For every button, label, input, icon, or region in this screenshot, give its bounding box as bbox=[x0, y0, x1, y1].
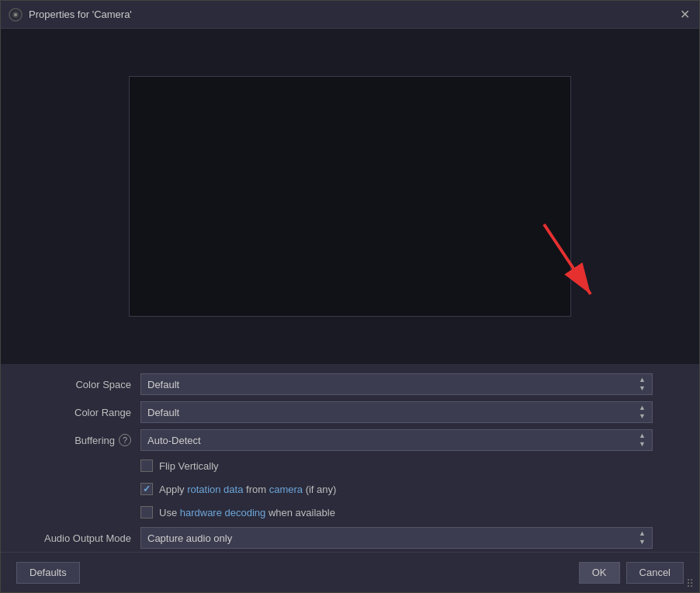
spinner-up-icon3: ▲ bbox=[639, 432, 646, 440]
hardware-decoding-row: Use hardware decoding when available bbox=[1, 501, 699, 524]
buffering-dropdown[interactable]: Auto-Detect ▲ ▼ bbox=[140, 429, 653, 451]
settings-area: Color Space Default ▲ ▼ Color Range Defa… bbox=[1, 364, 699, 552]
color-range-spinner: ▲ ▼ bbox=[639, 404, 646, 421]
audio-output-dropdown[interactable]: Capture audio only ▲ ▼ bbox=[140, 527, 653, 549]
flip-vertically-row: Flip Vertically bbox=[1, 454, 699, 477]
hardware-decoding-label[interactable]: Use hardware decoding when available bbox=[159, 507, 335, 518]
audio-output-row: Audio Output Mode Capture audio only ▲ ▼ bbox=[1, 524, 699, 552]
ok-button[interactable]: OK bbox=[579, 562, 620, 584]
checkmark-icon: ✓ bbox=[143, 484, 151, 494]
apply-rotation-row: ✓ Apply rotation data from camera (if an… bbox=[1, 477, 699, 501]
buffering-info-icon[interactable]: ? bbox=[119, 434, 131, 446]
buffering-spinner: ▲ ▼ bbox=[639, 432, 646, 449]
titlebar: Properties for 'Camera' ✕ bbox=[1, 1, 699, 29]
color-range-value: Default bbox=[147, 407, 179, 418]
svg-point-2 bbox=[14, 13, 17, 16]
audio-output-value: Capture audio only bbox=[147, 532, 232, 544]
preview-area bbox=[1, 29, 699, 364]
flip-vertically-label[interactable]: Flip Vertically bbox=[159, 460, 219, 472]
apply-rotation-checkbox[interactable]: ✓ bbox=[140, 483, 153, 495]
cancel-button[interactable]: Cancel bbox=[626, 562, 684, 584]
window-title: Properties for 'Camera' bbox=[29, 9, 677, 20]
spinner-up-icon4: ▲ bbox=[639, 529, 646, 538]
rotation-highlight: rotation data bbox=[187, 484, 243, 495]
hardware-highlight: hardware decoding bbox=[180, 507, 266, 518]
defaults-button[interactable]: Defaults bbox=[16, 562, 80, 584]
spinner-up-icon2: ▲ bbox=[639, 404, 646, 412]
buffering-value: Auto-Detect bbox=[147, 435, 201, 446]
audio-output-label: Audio Output Mode bbox=[16, 532, 140, 544]
resize-grip-icon: ⠿ bbox=[686, 577, 694, 590]
color-range-row: Color Range Default ▲ ▼ bbox=[1, 398, 699, 426]
close-button[interactable]: ✕ bbox=[677, 8, 691, 22]
color-range-dropdown[interactable]: Default ▲ ▼ bbox=[140, 401, 653, 423]
spinner-down-icon4: ▼ bbox=[639, 538, 646, 546]
bottom-right-buttons: OK Cancel bbox=[579, 562, 684, 584]
buffering-row: Buffering ? Auto-Detect ▲ ▼ bbox=[1, 426, 699, 454]
flip-vertically-checkbox[interactable] bbox=[140, 459, 153, 472]
audio-output-spinner: ▲ ▼ bbox=[639, 529, 646, 546]
spinner-down-icon2: ▼ bbox=[639, 412, 646, 421]
color-space-row: Color Space Default ▲ ▼ bbox=[1, 370, 699, 398]
buffering-label: Buffering ? bbox=[16, 434, 140, 446]
spinner-up-icon: ▲ bbox=[639, 376, 646, 384]
color-range-label: Color Range bbox=[16, 407, 140, 418]
spinner-down-icon: ▼ bbox=[639, 384, 646, 393]
hardware-decoding-checkbox[interactable] bbox=[140, 506, 153, 518]
color-space-value: Default bbox=[147, 379, 179, 390]
apply-rotation-label[interactable]: Apply rotation data from camera (if any) bbox=[159, 484, 336, 495]
properties-window: Properties for 'Camera' ✕ Color Space De… bbox=[0, 0, 700, 593]
color-space-label: Color Space bbox=[16, 379, 140, 390]
spinner-down-icon3: ▼ bbox=[639, 440, 646, 449]
camera-highlight: camera bbox=[269, 484, 303, 495]
color-space-spinner: ▲ ▼ bbox=[639, 376, 646, 393]
app-logo-icon bbox=[9, 8, 23, 22]
color-space-dropdown[interactable]: Default ▲ ▼ bbox=[140, 373, 653, 395]
camera-preview bbox=[129, 76, 571, 317]
bottom-bar: Defaults OK Cancel bbox=[1, 552, 699, 592]
